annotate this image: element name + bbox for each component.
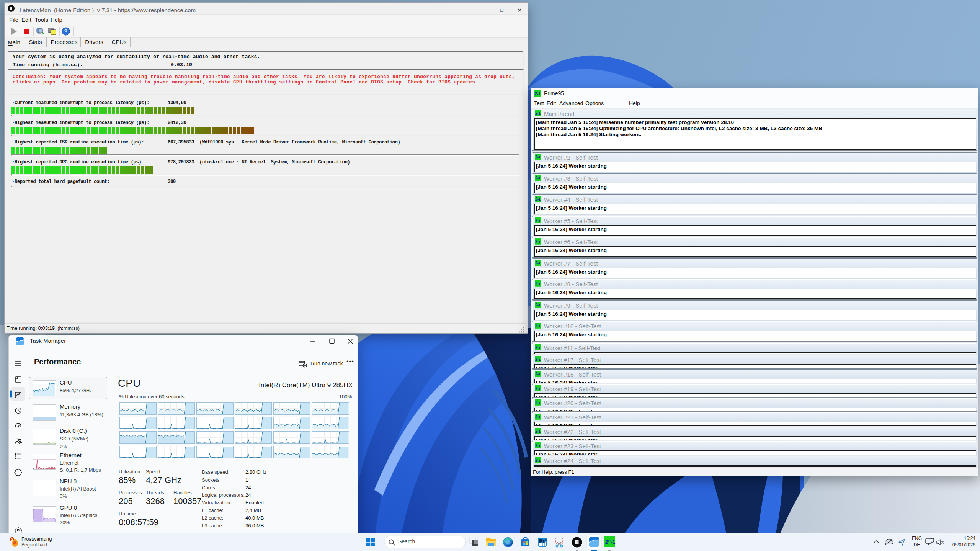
svg-text:?: ?	[64, 28, 68, 34]
svg-text:2: 2	[11, 538, 13, 541]
